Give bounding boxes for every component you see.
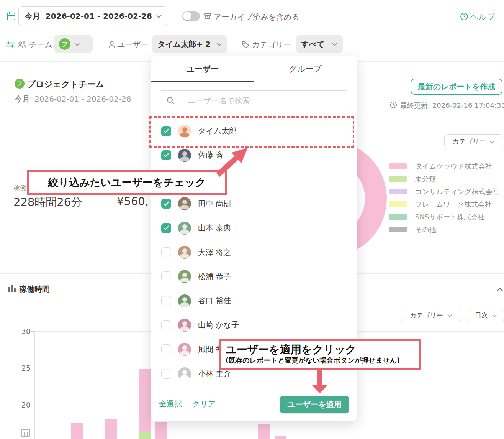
active-tab-underline [151, 81, 254, 82]
help-link[interactable]: ヘルプ [470, 12, 495, 22]
calendar-icon [6, 11, 16, 23]
bar-segment [71, 423, 83, 439]
user-search-box [159, 90, 349, 110]
avatar [178, 367, 191, 380]
search-icon [159, 91, 182, 110]
table-view-icon[interactable] [21, 429, 34, 439]
highlight-dashed-box [149, 116, 354, 148]
category-filter-chip[interactable]: すべて [296, 35, 343, 53]
category-filter-label: カテゴリー [252, 39, 291, 50]
report-page: 今月 2026-02-01 - 2026-02-28 アーカイブ済みを含める ヘ… [0, 0, 504, 439]
chevron-down-icon [447, 311, 452, 319]
legend-label: 未分類 [415, 174, 436, 184]
donut-legend: タイムクラウド株式会社未分類コンサルティング株式会社フレームワーク株式会社SNS… [389, 160, 499, 236]
chevron-up-icon[interactable] [496, 286, 503, 293]
team-logo: フ [59, 38, 70, 50]
user-filter-label: ユーザー [117, 39, 148, 50]
user-filter-value: タイム太郎+ 2 [157, 39, 211, 49]
user-checkbox[interactable] [161, 296, 171, 306]
bar-segment [275, 436, 286, 439]
avatar [178, 270, 191, 283]
tick-mark [31, 331, 34, 332]
amount-value: ¥560, [117, 195, 149, 208]
create-report-button[interactable]: 最新のレポートを作成 [411, 79, 502, 95]
bar-segment [139, 369, 151, 432]
legend-label: フレームワーク株式会社 [415, 200, 492, 209]
report-team-logo: フ [15, 79, 25, 89]
legend-swatch [389, 214, 407, 220]
annotation-arrow-down [308, 370, 331, 394]
avatar [178, 294, 191, 307]
legend-item: 未分類 [389, 173, 499, 185]
user-checkbox[interactable] [161, 150, 171, 160]
report-period: 今月2026-02-01 - 2026-02-28 [15, 94, 131, 104]
user-checkbox[interactable] [161, 223, 171, 233]
legend-swatch [389, 189, 407, 194]
archive-toggle-label: アーカイブ済みを含める [214, 12, 299, 22]
legend-label: その他 [415, 225, 436, 234]
legend-label: コンサルティング株式会社 [415, 187, 499, 196]
chevron-down-icon [156, 13, 162, 20]
avatar [178, 149, 191, 162]
user-row[interactable]: 松浦 恭子 [151, 265, 357, 289]
check-users-callout: 絞り込みたいユーザーをチェック [27, 170, 227, 195]
avatar [178, 222, 191, 235]
y-tick: 25 [15, 364, 31, 372]
interval-dropdown[interactable]: 日次 [468, 308, 504, 322]
tick-mark [31, 368, 34, 368]
user-row[interactable]: 山本 泰典 [151, 216, 357, 240]
category-filter-value: すべて [301, 39, 324, 49]
legend-item: その他 [389, 223, 499, 236]
legend-label: タイムクラウド株式会社 [415, 162, 492, 171]
y-tick: 20 [15, 401, 31, 409]
last-updated: 最終更新: 2026-02-16 17:04:33 [390, 101, 504, 110]
chart-category-dropdown[interactable]: カテゴリー [401, 308, 461, 322]
clock-icon [390, 101, 397, 110]
user-row[interactable]: 山崎 かな子 [151, 313, 357, 337]
summary-metric-label: 稼働 [13, 184, 26, 192]
user-row[interactable]: 大澤 将之 [151, 240, 357, 265]
legend-item: コンサルティング株式会社 [389, 185, 499, 198]
legend-item: フレームワーク株式会社 [389, 198, 499, 210]
user-checkbox[interactable] [161, 271, 171, 281]
clear-link[interactable]: クリア [192, 399, 216, 409]
date-range-label: 今月 2026-02-01 - 2026-02-28 [25, 11, 152, 21]
team-icon [17, 41, 27, 51]
avatar [178, 197, 191, 210]
legend-swatch [389, 176, 407, 182]
team-filter-label: チーム [29, 39, 52, 50]
user-icon [108, 41, 116, 51]
avatar [178, 246, 191, 259]
team-filter-chip[interactable]: フ [54, 35, 93, 53]
hours-section-title: 稼働時間 [19, 284, 50, 294]
user-checkbox[interactable] [161, 320, 171, 330]
user-row[interactable]: 谷口 裕佳 [151, 289, 357, 313]
avatar [178, 319, 191, 332]
chevron-down-icon [492, 311, 497, 319]
user-name: 山本 泰典 [198, 223, 231, 233]
user-name: 大澤 将之 [198, 247, 231, 258]
tab-groups[interactable]: グループ [254, 56, 357, 82]
bar-segment [155, 422, 167, 439]
hours-value: 228時間26分 [13, 195, 82, 210]
user-row[interactable]: 田中 尚樹 [151, 192, 357, 216]
date-range-picker[interactable]: 今月 2026-02-01 - 2026-02-28 [18, 6, 167, 26]
archive-icon [204, 12, 211, 21]
user-filter-chip[interactable]: タイム太郎+ 2 [152, 35, 227, 53]
tag-icon [241, 41, 250, 51]
user-search-input[interactable] [182, 96, 349, 105]
toggle-knob [183, 12, 191, 20]
user-checkbox[interactable] [161, 344, 171, 354]
tab-users[interactable]: ユーザー [151, 56, 254, 82]
apply-users-callout: ユーザーを適用をクリック (既存のレポートと変更がない場合ボタンが押せません) [219, 339, 421, 370]
user-checkbox[interactable] [161, 199, 171, 209]
archive-toggle[interactable] [182, 11, 200, 21]
avatar [178, 343, 191, 356]
user-checkbox[interactable] [161, 369, 171, 379]
apply-users-button[interactable]: ユーザーを適用 [280, 396, 349, 413]
donut-category-dropdown[interactable]: カテゴリー [444, 134, 503, 148]
user-checkbox[interactable] [161, 247, 171, 257]
user-name: 松浦 恭子 [198, 271, 231, 282]
help-icon [460, 12, 468, 22]
select-all-link[interactable]: 全選択 [159, 399, 182, 409]
